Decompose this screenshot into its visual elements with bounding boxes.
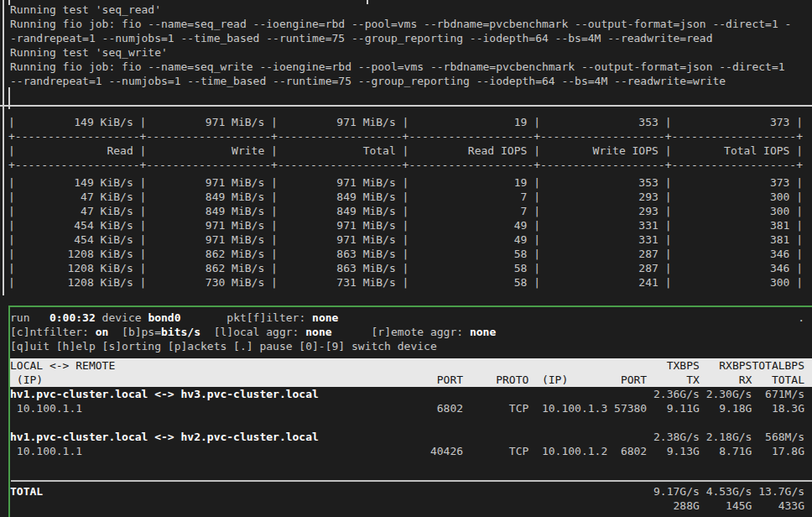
- fio-log-line: Running test 'seq_write': [10, 45, 807, 60]
- blank-line: [10, 415, 812, 430]
- benchmark-table-pane: | 149 KiB/s | 971 MiB/s | 971 MiB/s | 19…: [8, 112, 805, 290]
- total-divider: [11, 480, 812, 482]
- net-status-line: run 0:00:32 device bond0 pkt[f]ilter: no…: [10, 311, 812, 325]
- bench-separator: +-------------------+-------------------…: [8, 129, 805, 144]
- bench-summary-row: | 149 KiB/s | 971 MiB/s | 971 MiB/s | 19…: [8, 115, 805, 129]
- net-connection-detail-line: 10.100.1.1 6802 TCP 10.100.1.3 57380 9.1…: [10, 401, 812, 415]
- bench-table-row: | 1208 KiB/s | 730 MiB/s | 731 MiB/s | 5…: [8, 275, 805, 290]
- pane-divider: [0, 105, 812, 107]
- bench-table-row: | 454 KiB/s | 971 MiB/s | 971 MiB/s | 49…: [8, 232, 805, 247]
- bench-table-row: | 1208 KiB/s | 862 MiB/s | 863 MiB/s | 5…: [8, 261, 805, 275]
- bench-header-row: | Read | Write | Total | Read IOPS | Wri…: [8, 144, 805, 158]
- bench-table-row: | 47 KiB/s | 849 MiB/s | 849 MiB/s | 7 |…: [8, 190, 805, 204]
- bench-table-row: | 149 KiB/s | 971 MiB/s | 971 MiB/s | 19…: [8, 175, 805, 190]
- network-monitor-pane: run 0:00:32 device bond0 pkt[f]ilter: no…: [8, 306, 812, 517]
- bench-separator: +-------------------+-------------------…: [8, 158, 805, 172]
- fio-log-line: --randrepeat=1 --numjobs=1 --time_based …: [10, 74, 807, 88]
- fio-log-pane: Running test 'seq_read'Running fio job: …: [10, 3, 807, 88]
- terminal-screen: Running test 'seq_read'Running fio job: …: [0, 0, 812, 517]
- bench-table-row: | 1208 KiB/s | 862 MiB/s | 863 MiB/s | 5…: [8, 247, 805, 261]
- pane-left-border: [3, 0, 4, 295]
- fio-log-line: Running fio job: fio --name=seq_write --…: [10, 60, 807, 74]
- bench-table-row: | 454 KiB/s | 971 MiB/s | 971 MiB/s | 49…: [8, 218, 805, 232]
- net-connection-line: hv1.pvc-cluster.local <-> hv3.pvc-cluste…: [10, 387, 812, 401]
- net-keybind-line: [q]uit [h]elp [s]orting [p]ackets [.] pa…: [10, 339, 812, 353]
- net-header-block: LOCAL <-> REMOTE TXBPS RXBPSTOTALBPS (IP…: [10, 358, 812, 387]
- net-total-line: TOTAL 9.17G/s 4.53G/s 13.7G/s: [10, 484, 804, 499]
- net-header-line: (IP) PORT PROTO (IP) PORT TX RX TOTAL: [10, 373, 812, 387]
- net-total-block: TOTAL 9.17G/s 4.53G/s 13.7G/s: [10, 484, 804, 513]
- net-connection-line: hv1.pvc-cluster.local <-> hv2.pvc-cluste…: [10, 430, 812, 444]
- net-total-sum-line: 288G 145G 433G: [10, 499, 804, 513]
- net-header-line: LOCAL <-> REMOTE TXBPS RXBPSTOTALBPS: [10, 358, 812, 373]
- net-status-block: run 0:00:32 device bond0 pkt[f]ilter: no…: [10, 311, 812, 353]
- net-connection-detail-line: 10.100.1.1 40426 TCP 10.100.1.2 6802 9.1…: [10, 444, 812, 458]
- bench-table-row: | 47 KiB/s | 849 MiB/s | 849 MiB/s | 7 |…: [8, 204, 805, 218]
- net-connections-block: hv1.pvc-cluster.local <-> hv3.pvc-cluste…: [10, 387, 812, 458]
- fio-log-line: Running test 'seq_read': [10, 3, 807, 17]
- fio-log-line: Running fio job: fio --name=seq_read --i…: [10, 17, 807, 31]
- fio-log-line: -randrepeat=1 --numjobs=1 --time_based -…: [10, 31, 807, 45]
- net-status-line: [c]ntfilter: on [b]ps=bits/s [l]ocal agg…: [10, 325, 812, 339]
